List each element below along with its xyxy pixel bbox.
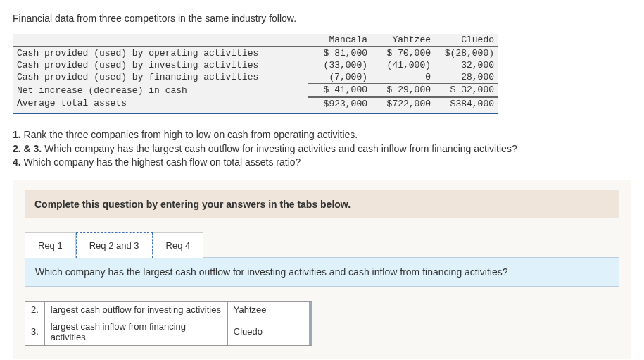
cell-value: (33,000) [308, 59, 372, 71]
cell-value: 28,000 [435, 71, 498, 84]
answer-value: Yahtzee [234, 304, 267, 315]
cell-value: $ 70,000 [372, 47, 435, 60]
intro-text: Financial data from three competitors in… [13, 13, 631, 24]
answer-row-2: 2. largest cash outflow for investing ac… [25, 301, 312, 318]
row-label: Cash provided (used) by investing activi… [13, 59, 308, 71]
table-row: Cash provided (used) by investing activi… [13, 59, 498, 71]
cell-value: $ 29,000 [372, 84, 435, 97]
col-mancala: Mancala [308, 34, 372, 47]
active-tab-prompt: Which company has the largest cash outfl… [25, 257, 619, 287]
cell-value: $ 81,000 [308, 47, 372, 60]
row-label: Net increase (decrease) in cash [13, 84, 308, 97]
financial-data-table: Mancala Yahtzee Cluedo Cash provided (us… [13, 34, 498, 114]
answer-dropdown-3[interactable]: Cluedo [227, 318, 312, 345]
answer-num: 2. [25, 301, 45, 318]
row-label: Cash provided (used) by operating activi… [13, 47, 308, 60]
answer-row-3: 3. largest cash inflow from financing ac… [25, 318, 312, 345]
table-separator [13, 110, 498, 113]
table-row: Cash provided (used) by financing activi… [13, 71, 498, 84]
cell-value: (7,000) [308, 71, 372, 84]
tab-bar: Req 1 Req 2 and 3 Req 4 [25, 232, 619, 258]
q1-text: Rank the three companies from high to lo… [24, 129, 358, 140]
cell-value: $384,000 [435, 97, 498, 111]
table-row-total: Net increase (decrease) in cash $ 41,000… [13, 84, 498, 97]
answer-panel: Complete this question by entering your … [13, 180, 631, 359]
q23-label: 2. & 3. [13, 143, 42, 154]
cell-value: $ 41,000 [308, 84, 372, 97]
cell-value: $ 32,000 [435, 84, 498, 97]
tab-req4[interactable]: Req 4 [153, 232, 204, 258]
table-row: Average total assets $923,000 $722,000 $… [13, 97, 498, 111]
row-label: Cash provided (used) by financing activi… [13, 71, 308, 84]
table-row: Cash provided (used) by operating activi… [13, 47, 498, 60]
col-cluedo: Cluedo [435, 34, 498, 47]
tab-req2and3[interactable]: Req 2 and 3 [76, 232, 153, 258]
row-label: Average total assets [13, 97, 308, 111]
cell-value: 0 [372, 71, 435, 84]
answer-label: largest cash inflow from financing activ… [44, 318, 227, 345]
answer-grid: 2. largest cash outflow for investing ac… [25, 301, 312, 346]
col-blank [13, 34, 308, 47]
q4-label: 4. [13, 156, 21, 168]
q4-text: Which company has the highest cash flow … [24, 156, 301, 168]
dropdown-handle-icon[interactable] [309, 302, 312, 318]
answer-num: 3. [25, 318, 45, 345]
cell-value: 32,000 [435, 59, 498, 71]
cell-value: $722,000 [372, 97, 435, 111]
tab-req1[interactable]: Req 1 [25, 232, 76, 258]
cell-value: $923,000 [308, 97, 372, 111]
q1-label: 1. [13, 129, 21, 140]
answer-value: Cluedo [234, 326, 263, 337]
cell-value: (41,000) [372, 59, 435, 71]
answer-dropdown-2[interactable]: Yahtzee [227, 301, 312, 318]
q23-text: Which company has the largest cash outfl… [44, 143, 517, 154]
dropdown-handle-icon[interactable] [309, 318, 312, 345]
col-yahtzee: Yahtzee [372, 34, 435, 47]
questions-block: 1. Rank the three companies from high to… [13, 128, 631, 170]
answer-label: largest cash outflow for investing activ… [44, 301, 227, 318]
cell-value: $(28,000) [435, 47, 498, 60]
instruction-bar: Complete this question by entering your … [25, 190, 619, 218]
